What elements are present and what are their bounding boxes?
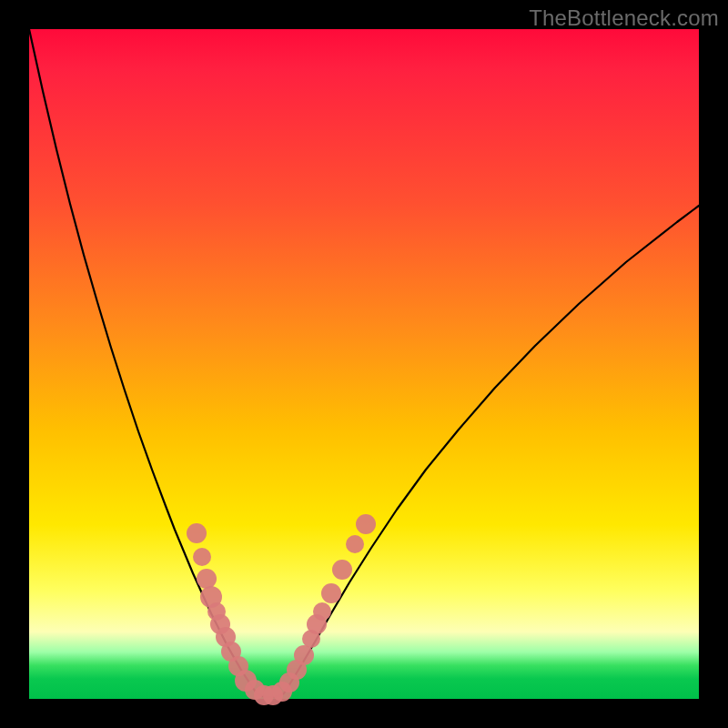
data-dot [332, 560, 352, 580]
data-dot [193, 548, 211, 566]
data-dot [356, 514, 376, 534]
data-dot [346, 535, 364, 553]
plot-area [29, 29, 699, 699]
chart-svg [29, 29, 699, 699]
data-dot [313, 602, 331, 621]
data-dots [187, 514, 376, 705]
data-dot [197, 569, 217, 589]
watermark-text: TheBottleneck.com [529, 5, 719, 31]
data-dot [187, 523, 207, 543]
data-dot [294, 645, 314, 665]
chart-frame: TheBottleneck.com [0, 0, 728, 728]
v-curve [29, 29, 699, 697]
data-dot [321, 583, 341, 603]
